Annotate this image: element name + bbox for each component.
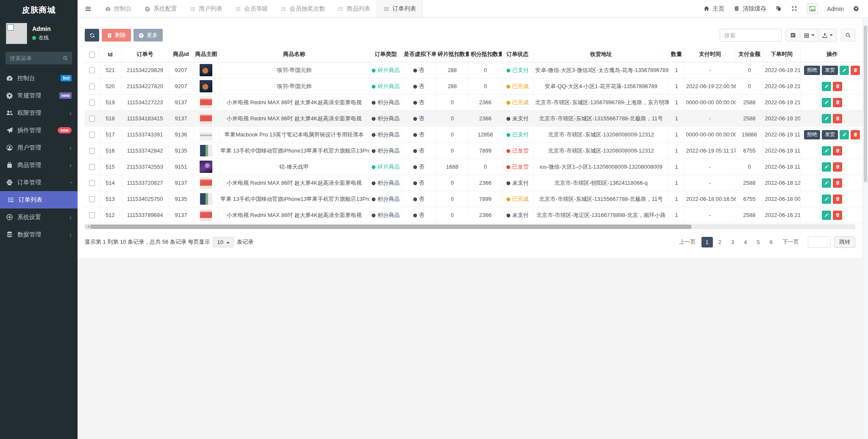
delete-row-button[interactable]	[833, 194, 842, 204]
page-size-select[interactable]: 10	[213, 237, 234, 247]
goods-thumbnail[interactable]	[200, 144, 212, 157]
detail-view-button[interactable]	[786, 29, 800, 42]
reject-button[interactable]: 拒绝	[804, 130, 820, 139]
tab-goods-list[interactable]: 商品列表	[331, 0, 377, 17]
delete-button[interactable]: 删除	[102, 29, 131, 42]
edit-button[interactable]	[822, 211, 831, 220]
edit-button[interactable]	[822, 114, 831, 123]
edit-button[interactable]	[822, 194, 831, 204]
topbar-username[interactable]: Admin	[827, 6, 844, 12]
sidebar-item-goods[interactable]: 商品管理‹	[0, 156, 78, 174]
edit-button[interactable]	[822, 98, 831, 107]
sidebar-item-general[interactable]: 常规管理new	[0, 87, 78, 104]
goods-thumbnail[interactable]	[200, 209, 212, 221]
goods-thumbnail[interactable]	[200, 128, 212, 141]
home-link[interactable]: 主页	[704, 5, 724, 13]
delete-row-button[interactable]	[833, 178, 842, 188]
edit-button[interactable]	[822, 82, 831, 91]
page-button-3[interactable]: 3	[727, 237, 738, 247]
row-checkbox[interactable]	[89, 164, 95, 170]
copy-icon[interactable]	[776, 6, 782, 12]
col-pay-amount[interactable]: 支付金额	[736, 47, 763, 62]
sidebar-item-dashboard[interactable]: 控制台hot	[0, 69, 78, 87]
col-status[interactable]: 订单状态	[502, 47, 533, 62]
edit-button[interactable]	[840, 66, 849, 75]
sidebar-item-order[interactable]: 订单管理‹	[0, 174, 78, 191]
row-checkbox[interactable]	[89, 212, 95, 218]
col-order-time[interactable]: 下单时间	[763, 47, 800, 62]
refresh-button[interactable]	[85, 29, 99, 42]
col-actions[interactable]: 操作	[800, 47, 862, 62]
delete-row-button[interactable]	[851, 66, 860, 75]
scroll-left-arrow-icon[interactable]	[85, 224, 90, 229]
prev-page-button[interactable]: 上一页	[675, 236, 700, 248]
col-virtual[interactable]: 是否虚拟下单	[402, 47, 436, 62]
columns-button[interactable]	[800, 29, 818, 42]
next-page-button[interactable]: 下一页	[778, 236, 803, 248]
sidebar-search-input[interactable]	[6, 52, 58, 64]
horizontal-scrollbar-thumb[interactable]	[90, 225, 691, 229]
page-button-2[interactable]: 2	[714, 237, 726, 247]
jump-button[interactable]: 跳转	[834, 236, 855, 248]
col-order-type[interactable]: 订单类型	[370, 47, 402, 62]
goods-thumbnail[interactable]	[200, 177, 212, 189]
table-search-input[interactable]	[720, 29, 782, 42]
page-button-4[interactable]: 4	[740, 237, 751, 247]
sidebar-item-data[interactable]: 数据管理‹	[0, 226, 78, 243]
select-all-checkbox[interactable]	[89, 52, 95, 58]
delete-row-button[interactable]	[833, 98, 842, 107]
col-goods-name[interactable]: 商品名称	[219, 47, 370, 62]
sidebar-item-auth[interactable]: 权限管理‹	[0, 104, 78, 122]
tab-user-list[interactable]: 用户列表	[184, 0, 229, 17]
sidebar-item-order-list[interactable]: 订单列表	[0, 191, 78, 208]
goods-thumbnail[interactable]	[200, 161, 212, 173]
more-button[interactable]: 更多	[134, 29, 163, 42]
vertical-scrollbar[interactable]	[862, 18, 868, 439]
goods-thumbnail[interactable]	[200, 80, 212, 92]
col-select[interactable]	[85, 47, 99, 62]
goods-thumbnail[interactable]	[200, 193, 212, 205]
fullscreen-icon[interactable]	[791, 6, 798, 12]
col-goods-id[interactable]: 商品id	[169, 47, 193, 62]
edit-button[interactable]	[840, 130, 849, 139]
row-checkbox[interactable]	[89, 100, 95, 106]
edit-button[interactable]	[822, 162, 831, 172]
tab-member-level[interactable]: 会员等级	[229, 0, 274, 17]
edit-button[interactable]	[822, 178, 831, 188]
col-goods-image[interactable]: 商品主图	[193, 47, 219, 62]
goods-thumbnail[interactable]	[200, 112, 212, 125]
tab-console[interactable]: 控制台	[99, 0, 138, 17]
page-button-1[interactable]: 1	[701, 237, 713, 247]
page-button-6[interactable]: 6	[765, 237, 777, 247]
row-checkbox[interactable]	[89, 67, 95, 73]
menu-toggle-icon[interactable]	[78, 6, 99, 12]
ship-button[interactable]: 发货	[822, 130, 838, 139]
export-button[interactable]	[818, 29, 837, 42]
col-order-no[interactable]: 订单号	[121, 47, 169, 62]
clear-cache-link[interactable]: 清除缓存	[734, 5, 766, 13]
ship-button[interactable]: 发货	[822, 66, 838, 75]
col-id[interactable]: Id	[99, 47, 121, 62]
row-checkbox[interactable]	[89, 180, 95, 186]
tab-order-list[interactable]: 订单列表	[377, 0, 423, 17]
delete-row-button[interactable]	[833, 82, 842, 91]
col-pay-time[interactable]: 支付时间	[684, 47, 736, 62]
row-checkbox[interactable]	[89, 196, 95, 202]
sidebar-item-addon[interactable]: 插件管理new	[0, 122, 78, 139]
delete-row-button[interactable]	[833, 162, 842, 172]
col-qty[interactable]: 数量	[669, 47, 684, 62]
col-address[interactable]: 收货地址	[533, 47, 669, 62]
sidebar-item-user[interactable]: 用户管理‹	[0, 139, 78, 156]
col-points-deduct[interactable]: 积分抵扣数量	[469, 47, 502, 62]
vertical-scrollbar-thumb[interactable]	[864, 25, 867, 182]
reject-button[interactable]: 拒绝	[804, 66, 820, 75]
row-checkbox[interactable]	[89, 132, 95, 138]
tab-member-draw[interactable]: 会员抽奖次数	[274, 0, 331, 17]
settings-gear-icon[interactable]	[853, 6, 860, 12]
sidebar-item-system[interactable]: 系统设置‹	[0, 208, 78, 226]
col-fragment-deduct[interactable]: 碎片抵扣数量	[436, 47, 469, 62]
delete-row-button[interactable]	[833, 146, 842, 156]
row-checkbox[interactable]	[89, 116, 95, 122]
row-checkbox[interactable]	[89, 148, 95, 154]
row-checkbox[interactable]	[89, 83, 95, 89]
